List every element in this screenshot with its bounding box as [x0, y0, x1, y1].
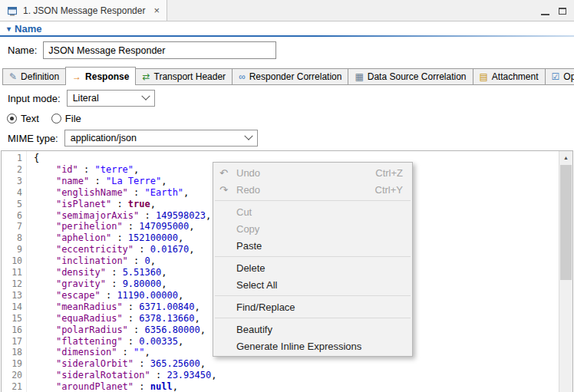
- line-number: 1: [2, 153, 22, 164]
- definition-icon: ✎: [9, 72, 17, 81]
- mime-type-value: application/json: [71, 133, 137, 143]
- vertical-scrollbar[interactable]: ▲: [559, 151, 572, 392]
- tab-options[interactable]: ☑Options: [545, 68, 574, 84]
- line-number: 10: [2, 255, 22, 267]
- menu-item-select-all[interactable]: Select All: [213, 276, 412, 293]
- menu-separator: [215, 295, 411, 296]
- menu-item-generate-inline-expressions[interactable]: Generate Inline Expressions: [213, 338, 412, 354]
- tab-label: Response: [85, 71, 129, 82]
- name-input[interactable]: [43, 41, 276, 59]
- mime-type-row: MIME type: application/json: [8, 130, 258, 147]
- menu-item-find-replace[interactable]: Find/Replace: [213, 298, 412, 315]
- line-number: 17: [2, 336, 22, 348]
- tab-data-source-correlation[interactable]: ▦Data Source Correlation: [348, 68, 473, 84]
- menu-item-label: Paste: [236, 240, 403, 252]
- responder-icon: [7, 5, 18, 16]
- tab-transport-header[interactable]: ⇄Transport Header: [135, 68, 233, 84]
- menu-item-shortcut: Ctrl+Z: [375, 167, 403, 179]
- line-number: 8: [2, 232, 22, 244]
- code-line: "sideralRotation" : 23.93450,: [34, 370, 559, 381]
- menu-item-label: Cut: [236, 206, 403, 218]
- menu-item-label: Delete: [236, 262, 403, 274]
- editor-tab[interactable]: 1. JSON Message Responder ×: [0, 0, 167, 21]
- line-number: 16: [2, 324, 22, 336]
- editor-tab-title: 1. JSON Message Responder: [23, 5, 145, 16]
- config-tabbar: ✎Definition→Response⇄Transport Header∞Re…: [2, 67, 574, 85]
- close-icon[interactable]: ×: [153, 5, 160, 16]
- minimize-icon[interactable]: [541, 7, 549, 15]
- tab-label: Responder Correlation: [249, 71, 342, 82]
- options-icon: ☑: [552, 72, 560, 81]
- input-mode-value: Literal: [73, 93, 99, 104]
- menu-separator: [215, 318, 411, 318]
- data-source-correlation-icon: ▦: [355, 72, 363, 81]
- line-number: 5: [2, 199, 22, 210]
- line-number-gutter: 123456789101112131415161718192021: [2, 151, 27, 392]
- line-number: 12: [2, 278, 22, 290]
- line-number: 3: [2, 176, 22, 187]
- menu-item-cut: Cut: [213, 203, 412, 220]
- radio-text[interactable]: Text: [7, 113, 39, 124]
- section-title: Name: [15, 23, 41, 35]
- radio-file[interactable]: File: [51, 113, 81, 124]
- tab-label: Data Source Correlation: [368, 71, 467, 82]
- section-divider: [0, 35, 574, 37]
- response-icon: →: [72, 72, 81, 81]
- code-line: "sideralOrbit" : 365.25600,: [34, 358, 559, 370]
- chevron-down-icon: [141, 92, 150, 100]
- tab-label: Definition: [21, 71, 59, 82]
- line-number: 6: [2, 210, 22, 222]
- menu-item-label: Copy: [236, 223, 403, 235]
- scroll-up-icon[interactable]: ▲: [559, 151, 572, 163]
- menu-item-shortcut: Ctrl+Y: [375, 184, 403, 196]
- line-number: 18: [2, 347, 22, 358]
- line-number: 11: [2, 267, 22, 278]
- tab-label: Transport Header: [154, 71, 226, 82]
- menu-item-redo: ↷RedoCtrl+Y: [213, 181, 412, 198]
- undo-icon: ↶: [219, 167, 236, 179]
- tab-response[interactable]: →Response: [65, 67, 136, 85]
- menu-item-label: Redo: [236, 184, 361, 196]
- attachment-icon: ▤: [480, 72, 488, 81]
- menu-item-label: Undo: [236, 167, 361, 179]
- menu-item-label: Select All: [236, 279, 403, 291]
- editor-tab-bar: 1. JSON Message Responder ×: [0, 0, 574, 21]
- collapse-icon: ▾: [7, 25, 11, 33]
- input-mode-label: Input mode:: [8, 93, 61, 104]
- radio-label: Text: [21, 113, 39, 124]
- radio-icon: [51, 114, 61, 124]
- name-row: Name:: [8, 41, 276, 59]
- line-number: 15: [2, 313, 22, 324]
- menu-item-label: Find/Replace: [236, 301, 403, 313]
- line-number: 2: [2, 164, 22, 176]
- scrollbar-thumb[interactable]: [560, 165, 572, 280]
- code-line: "aroundPlanet" : null,: [34, 381, 559, 392]
- tab-attachment[interactable]: ▤Attachment: [473, 68, 546, 84]
- menu-item-paste[interactable]: Paste: [213, 237, 412, 254]
- source-radio-group: TextFile: [7, 113, 89, 124]
- menu-separator: [215, 200, 411, 201]
- name-section-header[interactable]: ▾ Name: [7, 23, 41, 35]
- menu-item-beautify[interactable]: Beautify: [213, 321, 412, 338]
- context-menu: ↶UndoCtrl+Z↷RedoCtrl+YCutCopyPasteDelete…: [213, 162, 413, 357]
- line-number: 20: [2, 370, 22, 381]
- menu-item-delete[interactable]: Delete: [213, 259, 412, 276]
- menu-item-label: Generate Inline Expressions: [236, 341, 403, 352]
- line-number: 4: [2, 187, 22, 199]
- redo-icon: ↷: [219, 184, 236, 196]
- menu-item-label: Beautify: [236, 324, 403, 335]
- line-number: 13: [2, 290, 22, 301]
- tab-responder-correlation[interactable]: ∞Responder Correlation: [232, 68, 348, 84]
- input-mode-row: Input mode: Literal: [8, 90, 155, 107]
- tab-definition[interactable]: ✎Definition: [2, 68, 66, 84]
- menu-item-copy: Copy: [213, 220, 412, 237]
- input-mode-select[interactable]: Literal: [67, 90, 155, 107]
- responder-correlation-icon: ∞: [239, 72, 246, 81]
- chevron-down-icon: [244, 132, 252, 140]
- maximize-icon[interactable]: [559, 8, 566, 15]
- menu-item-undo: ↶UndoCtrl+Z: [213, 164, 412, 181]
- mime-type-label: MIME type:: [8, 133, 58, 144]
- mime-type-select[interactable]: application/json: [64, 130, 258, 147]
- tab-label: Attachment: [492, 71, 539, 82]
- line-number: 21: [2, 381, 22, 392]
